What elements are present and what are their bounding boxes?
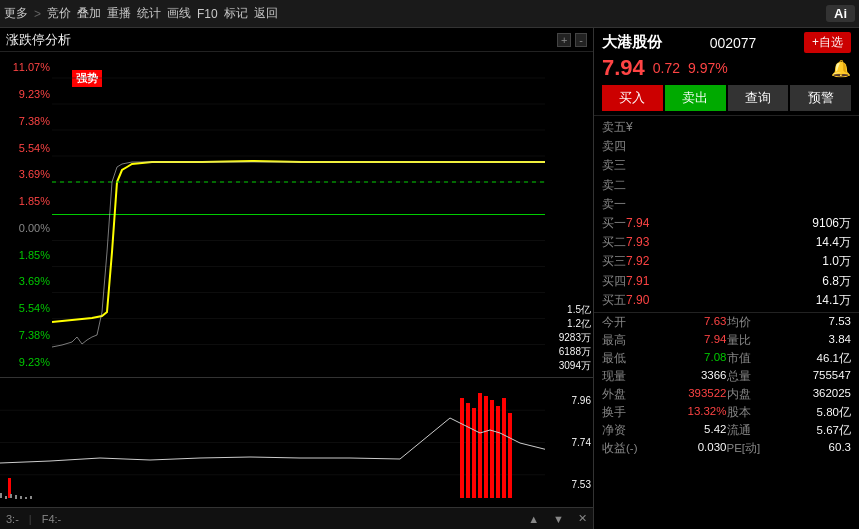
ai-badge[interactable]: Ai xyxy=(826,5,855,22)
nav-more[interactable]: 更多 xyxy=(4,5,28,22)
svg-rect-32 xyxy=(30,496,32,499)
bottom-bar-arrow-up[interactable]: ▲ xyxy=(528,513,539,525)
percent-axis: 11.07% 9.23% 7.38% 5.54% 3.69% 1.85% 0.0… xyxy=(0,52,52,377)
vol-6188: 6188万 xyxy=(545,345,591,359)
nav-items: 更多 > 竞价 叠加 重播 统计 画线 F10 标记 返回 xyxy=(4,5,278,22)
svg-rect-30 xyxy=(20,496,22,499)
bottom-canvas xyxy=(0,378,545,507)
stock-header: 大港股份 002077 +自选 7.94 0.72 9.97% 🔔 买入 卖出 … xyxy=(594,28,859,116)
stat-label-xianliang: 现量 xyxy=(602,369,664,384)
bottom-chart: 7.96 7.74 7.53 xyxy=(0,377,593,507)
stat-label-zuidj: 最低 xyxy=(602,351,664,366)
alert-button[interactable]: 预警 xyxy=(790,85,851,111)
main-chart-canvas: 强势 xyxy=(52,52,545,377)
add-watchlist-button[interactable]: +自选 xyxy=(804,32,851,53)
svg-rect-25 xyxy=(508,413,512,498)
chart-icons: + - xyxy=(557,33,587,47)
bottom-bar-sep: | xyxy=(29,513,32,525)
nav-chevron: > xyxy=(34,7,41,21)
pct-369: 3.69% xyxy=(0,168,50,180)
stat-val-xianliang: 3366 xyxy=(664,369,726,384)
ask4-row: 卖四 xyxy=(602,137,851,156)
ask3-row: 卖三 xyxy=(602,156,851,175)
stat-val-zongliang: 755547 xyxy=(789,369,851,384)
stat-label-junj: 均价 xyxy=(727,315,789,330)
vol-3094: 3094万 xyxy=(545,359,591,373)
volume-axis: 1.5亿 1.2亿 9283万 6188万 3094万 xyxy=(545,52,593,377)
svg-rect-31 xyxy=(25,497,27,499)
pct-n185: 1.85% xyxy=(0,249,50,261)
stats-section: 今开 7.63 均价 7.53 最高 7.94 量比 3.84 最低 7.08 … xyxy=(594,313,859,458)
stat-val-waipan: 393522 xyxy=(664,387,726,402)
nav-f10[interactable]: F10 xyxy=(197,7,218,21)
stat-label-jinkaj: 今开 xyxy=(602,315,664,330)
bottom-bar-left: 3:- xyxy=(6,513,19,525)
bottom-val-753: 7.53 xyxy=(547,479,591,490)
top-bar: 更多 > 竞价 叠加 重播 统计 画线 F10 标记 返回 Ai xyxy=(0,0,859,28)
nav-replay[interactable]: 重播 xyxy=(107,5,131,22)
chart-icon-minus[interactable]: - xyxy=(575,33,587,47)
stat-val-neipan: 362025 xyxy=(789,387,851,402)
nav-back[interactable]: 返回 xyxy=(254,5,278,22)
stat-val-huanshou: 13.32% xyxy=(664,405,726,420)
bottom-bar-close[interactable]: ✕ xyxy=(578,512,587,525)
nav-mark[interactable]: 标记 xyxy=(224,5,248,22)
bottom-val-796: 7.96 xyxy=(547,395,591,406)
stat-label-zongliang: 总量 xyxy=(727,369,789,384)
main-container: 涨跌停分析 + - 11.07% 9.23% 7.38% 5.54% 3.69%… xyxy=(0,28,859,529)
buy-button[interactable]: 买入 xyxy=(602,85,663,111)
stat-label-liutong: 流通 xyxy=(727,423,789,438)
bottom-bar-arrow-down[interactable]: ▼ xyxy=(553,513,564,525)
nav-jingja[interactable]: 竞价 xyxy=(47,5,71,22)
top-bar-right: Ai xyxy=(826,5,855,22)
pct-185: 1.85% xyxy=(0,195,50,207)
svg-rect-18 xyxy=(466,403,470,498)
pct-1107: 11.07% xyxy=(0,61,50,73)
svg-rect-26 xyxy=(0,493,2,498)
pct-000: 0.00% xyxy=(0,222,50,234)
vol-1p2yi: 1.2亿 xyxy=(545,317,591,331)
nav-stats[interactable]: 统计 xyxy=(137,5,161,22)
svg-rect-29 xyxy=(15,495,17,499)
right-panel: 大港股份 002077 +自选 7.94 0.72 9.97% 🔔 买入 卖出 … xyxy=(594,28,859,529)
bid3-row: 买三 7.92 1.0万 xyxy=(602,252,851,271)
price-change-amount: 0.72 xyxy=(653,60,680,76)
stat-val-pe: 60.3 xyxy=(789,441,851,456)
ask5-row: 卖五¥ xyxy=(602,118,851,137)
query-button[interactable]: 查询 xyxy=(728,85,789,111)
bid1-row: 买一 7.94 9106万 xyxy=(602,214,851,233)
bottom-bar-right: F4:- xyxy=(42,513,62,525)
bottom-chart-svg xyxy=(0,378,545,507)
bell-icon[interactable]: 🔔 xyxy=(831,59,851,78)
chart-bottom-bar: 3:- | F4:- ▲ ▼ ✕ xyxy=(0,507,593,529)
sell-button[interactable]: 卖出 xyxy=(665,85,726,111)
vol-9283: 9283万 xyxy=(545,331,591,345)
stat-val-jinkaj: 7.63 xyxy=(664,315,726,330)
nav-diejia[interactable]: 叠加 xyxy=(77,5,101,22)
stat-val-zuigao: 7.94 xyxy=(664,333,726,348)
stat-label-neipan: 内盘 xyxy=(727,387,789,402)
stat-label-huanshou: 换手 xyxy=(602,405,664,420)
svg-rect-21 xyxy=(484,396,488,498)
pct-n923: 9.23% xyxy=(0,356,50,368)
svg-rect-27 xyxy=(5,496,7,499)
stat-val-zuidj: 7.08 xyxy=(664,351,726,366)
pct-923: 9.23% xyxy=(0,88,50,100)
main-chart-svg xyxy=(52,52,545,377)
pct-738: 7.38% xyxy=(0,115,50,127)
stock-code: 002077 xyxy=(710,35,757,51)
action-buttons: 买入 卖出 查询 预警 xyxy=(602,85,851,111)
pct-n554: 5.54% xyxy=(0,302,50,314)
left-panel: 涨跌停分析 + - 11.07% 9.23% 7.38% 5.54% 3.69%… xyxy=(0,28,594,529)
pct-554: 5.54% xyxy=(0,142,50,154)
ask2-row: 卖二 xyxy=(602,176,851,195)
pct-n738: 7.38% xyxy=(0,329,50,341)
svg-rect-19 xyxy=(472,408,476,498)
stat-val-shouy: 0.030 xyxy=(664,441,726,456)
stat-val-liutong: 5.67亿 xyxy=(789,423,851,438)
chart-area: 11.07% 9.23% 7.38% 5.54% 3.69% 1.85% 0.0… xyxy=(0,52,593,377)
vol-1p5yi: 1.5亿 xyxy=(545,303,591,317)
nav-draw[interactable]: 画线 xyxy=(167,5,191,22)
stat-label-guben: 股本 xyxy=(727,405,789,420)
chart-icon-plus[interactable]: + xyxy=(557,33,571,47)
